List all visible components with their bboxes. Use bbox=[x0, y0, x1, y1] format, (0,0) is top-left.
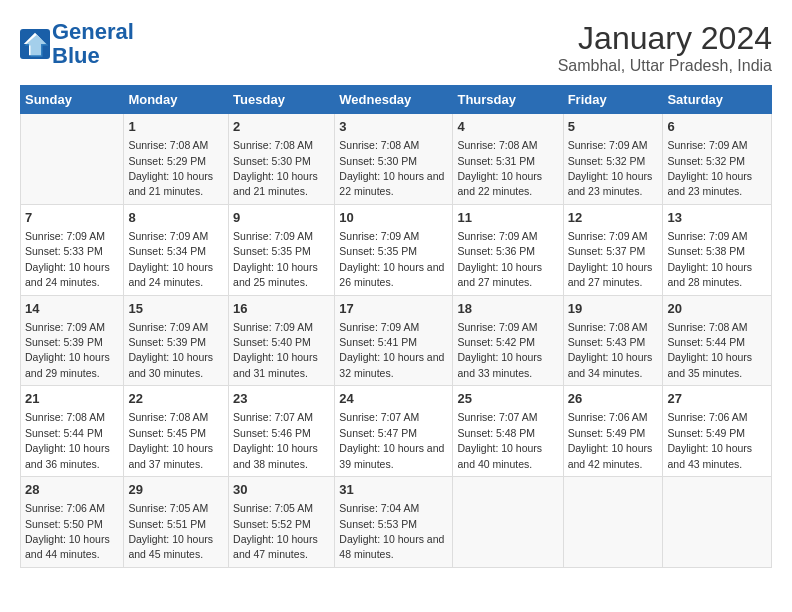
date-number: 27 bbox=[667, 390, 767, 408]
day-cell: 31Sunrise: 7:04 AMSunset: 5:53 PMDayligh… bbox=[335, 477, 453, 568]
date-number: 17 bbox=[339, 300, 448, 318]
day-cell: 6Sunrise: 7:09 AMSunset: 5:32 PMDaylight… bbox=[663, 114, 772, 205]
subtitle: Sambhal, Uttar Pradesh, India bbox=[558, 57, 772, 75]
date-number: 30 bbox=[233, 481, 330, 499]
header-monday: Monday bbox=[124, 86, 229, 114]
day-cell: 12Sunrise: 7:09 AMSunset: 5:37 PMDayligh… bbox=[563, 204, 663, 295]
week-row-2: 7Sunrise: 7:09 AMSunset: 5:33 PMDaylight… bbox=[21, 204, 772, 295]
cell-info: Sunrise: 7:09 AMSunset: 5:32 PMDaylight:… bbox=[667, 139, 752, 197]
day-cell: 23Sunrise: 7:07 AMSunset: 5:46 PMDayligh… bbox=[229, 386, 335, 477]
cell-info: Sunrise: 7:09 AMSunset: 5:35 PMDaylight:… bbox=[233, 230, 318, 288]
cell-info: Sunrise: 7:08 AMSunset: 5:31 PMDaylight:… bbox=[457, 139, 542, 197]
date-number: 2 bbox=[233, 118, 330, 136]
day-cell: 28Sunrise: 7:06 AMSunset: 5:50 PMDayligh… bbox=[21, 477, 124, 568]
date-number: 28 bbox=[25, 481, 119, 499]
date-number: 15 bbox=[128, 300, 224, 318]
day-cell: 7Sunrise: 7:09 AMSunset: 5:33 PMDaylight… bbox=[21, 204, 124, 295]
date-number: 5 bbox=[568, 118, 659, 136]
cell-info: Sunrise: 7:07 AMSunset: 5:48 PMDaylight:… bbox=[457, 411, 542, 469]
date-number: 21 bbox=[25, 390, 119, 408]
week-row-3: 14Sunrise: 7:09 AMSunset: 5:39 PMDayligh… bbox=[21, 295, 772, 386]
day-cell bbox=[563, 477, 663, 568]
date-number: 1 bbox=[128, 118, 224, 136]
date-number: 8 bbox=[128, 209, 224, 227]
cell-info: Sunrise: 7:08 AMSunset: 5:43 PMDaylight:… bbox=[568, 321, 653, 379]
day-cell: 22Sunrise: 7:08 AMSunset: 5:45 PMDayligh… bbox=[124, 386, 229, 477]
day-cell: 29Sunrise: 7:05 AMSunset: 5:51 PMDayligh… bbox=[124, 477, 229, 568]
header-thursday: Thursday bbox=[453, 86, 563, 114]
cell-info: Sunrise: 7:06 AMSunset: 5:50 PMDaylight:… bbox=[25, 502, 110, 560]
day-cell bbox=[453, 477, 563, 568]
day-cell: 3Sunrise: 7:08 AMSunset: 5:30 PMDaylight… bbox=[335, 114, 453, 205]
date-number: 13 bbox=[667, 209, 767, 227]
cell-info: Sunrise: 7:09 AMSunset: 5:41 PMDaylight:… bbox=[339, 321, 444, 379]
cell-info: Sunrise: 7:09 AMSunset: 5:35 PMDaylight:… bbox=[339, 230, 444, 288]
date-number: 9 bbox=[233, 209, 330, 227]
date-number: 25 bbox=[457, 390, 558, 408]
cell-info: Sunrise: 7:09 AMSunset: 5:38 PMDaylight:… bbox=[667, 230, 752, 288]
header-tuesday: Tuesday bbox=[229, 86, 335, 114]
cell-info: Sunrise: 7:09 AMSunset: 5:34 PMDaylight:… bbox=[128, 230, 213, 288]
date-number: 31 bbox=[339, 481, 448, 499]
date-number: 10 bbox=[339, 209, 448, 227]
day-cell: 27Sunrise: 7:06 AMSunset: 5:49 PMDayligh… bbox=[663, 386, 772, 477]
header-saturday: Saturday bbox=[663, 86, 772, 114]
logo-icon bbox=[20, 29, 50, 59]
cell-info: Sunrise: 7:04 AMSunset: 5:53 PMDaylight:… bbox=[339, 502, 444, 560]
cell-info: Sunrise: 7:08 AMSunset: 5:44 PMDaylight:… bbox=[667, 321, 752, 379]
day-cell: 17Sunrise: 7:09 AMSunset: 5:41 PMDayligh… bbox=[335, 295, 453, 386]
day-cell: 1Sunrise: 7:08 AMSunset: 5:29 PMDaylight… bbox=[124, 114, 229, 205]
day-cell: 26Sunrise: 7:06 AMSunset: 5:49 PMDayligh… bbox=[563, 386, 663, 477]
day-cell: 18Sunrise: 7:09 AMSunset: 5:42 PMDayligh… bbox=[453, 295, 563, 386]
logo: General Blue bbox=[20, 20, 134, 68]
day-cell: 24Sunrise: 7:07 AMSunset: 5:47 PMDayligh… bbox=[335, 386, 453, 477]
date-number: 7 bbox=[25, 209, 119, 227]
week-row-4: 21Sunrise: 7:08 AMSunset: 5:44 PMDayligh… bbox=[21, 386, 772, 477]
day-cell: 8Sunrise: 7:09 AMSunset: 5:34 PMDaylight… bbox=[124, 204, 229, 295]
header-wednesday: Wednesday bbox=[335, 86, 453, 114]
logo-text: General Blue bbox=[52, 20, 134, 68]
date-number: 19 bbox=[568, 300, 659, 318]
header-friday: Friday bbox=[563, 86, 663, 114]
date-number: 4 bbox=[457, 118, 558, 136]
date-number: 26 bbox=[568, 390, 659, 408]
day-cell: 21Sunrise: 7:08 AMSunset: 5:44 PMDayligh… bbox=[21, 386, 124, 477]
cell-info: Sunrise: 7:09 AMSunset: 5:32 PMDaylight:… bbox=[568, 139, 653, 197]
day-cell: 19Sunrise: 7:08 AMSunset: 5:43 PMDayligh… bbox=[563, 295, 663, 386]
cell-info: Sunrise: 7:08 AMSunset: 5:30 PMDaylight:… bbox=[339, 139, 444, 197]
date-number: 24 bbox=[339, 390, 448, 408]
cell-info: Sunrise: 7:05 AMSunset: 5:52 PMDaylight:… bbox=[233, 502, 318, 560]
cell-info: Sunrise: 7:07 AMSunset: 5:46 PMDaylight:… bbox=[233, 411, 318, 469]
cell-info: Sunrise: 7:06 AMSunset: 5:49 PMDaylight:… bbox=[667, 411, 752, 469]
day-cell: 16Sunrise: 7:09 AMSunset: 5:40 PMDayligh… bbox=[229, 295, 335, 386]
day-cell: 4Sunrise: 7:08 AMSunset: 5:31 PMDaylight… bbox=[453, 114, 563, 205]
date-number: 6 bbox=[667, 118, 767, 136]
cell-info: Sunrise: 7:09 AMSunset: 5:37 PMDaylight:… bbox=[568, 230, 653, 288]
header-sunday: Sunday bbox=[21, 86, 124, 114]
main-title: January 2024 bbox=[558, 20, 772, 57]
calendar-table: SundayMondayTuesdayWednesdayThursdayFrid… bbox=[20, 85, 772, 568]
cell-info: Sunrise: 7:08 AMSunset: 5:44 PMDaylight:… bbox=[25, 411, 110, 469]
week-row-1: 1Sunrise: 7:08 AMSunset: 5:29 PMDaylight… bbox=[21, 114, 772, 205]
cell-info: Sunrise: 7:07 AMSunset: 5:47 PMDaylight:… bbox=[339, 411, 444, 469]
day-cell: 15Sunrise: 7:09 AMSunset: 5:39 PMDayligh… bbox=[124, 295, 229, 386]
page-header: General Blue January 2024 Sambhal, Uttar… bbox=[20, 20, 772, 75]
day-cell: 5Sunrise: 7:09 AMSunset: 5:32 PMDaylight… bbox=[563, 114, 663, 205]
title-area: January 2024 Sambhal, Uttar Pradesh, Ind… bbox=[558, 20, 772, 75]
day-cell: 25Sunrise: 7:07 AMSunset: 5:48 PMDayligh… bbox=[453, 386, 563, 477]
date-number: 29 bbox=[128, 481, 224, 499]
cell-info: Sunrise: 7:05 AMSunset: 5:51 PMDaylight:… bbox=[128, 502, 213, 560]
cell-info: Sunrise: 7:09 AMSunset: 5:42 PMDaylight:… bbox=[457, 321, 542, 379]
date-number: 3 bbox=[339, 118, 448, 136]
cell-info: Sunrise: 7:08 AMSunset: 5:29 PMDaylight:… bbox=[128, 139, 213, 197]
cell-info: Sunrise: 7:06 AMSunset: 5:49 PMDaylight:… bbox=[568, 411, 653, 469]
day-cell: 10Sunrise: 7:09 AMSunset: 5:35 PMDayligh… bbox=[335, 204, 453, 295]
cell-info: Sunrise: 7:09 AMSunset: 5:40 PMDaylight:… bbox=[233, 321, 318, 379]
date-number: 23 bbox=[233, 390, 330, 408]
header-row: SundayMondayTuesdayWednesdayThursdayFrid… bbox=[21, 86, 772, 114]
logo-general: General bbox=[52, 19, 134, 44]
date-number: 12 bbox=[568, 209, 659, 227]
cell-info: Sunrise: 7:09 AMSunset: 5:33 PMDaylight:… bbox=[25, 230, 110, 288]
date-number: 14 bbox=[25, 300, 119, 318]
week-row-5: 28Sunrise: 7:06 AMSunset: 5:50 PMDayligh… bbox=[21, 477, 772, 568]
